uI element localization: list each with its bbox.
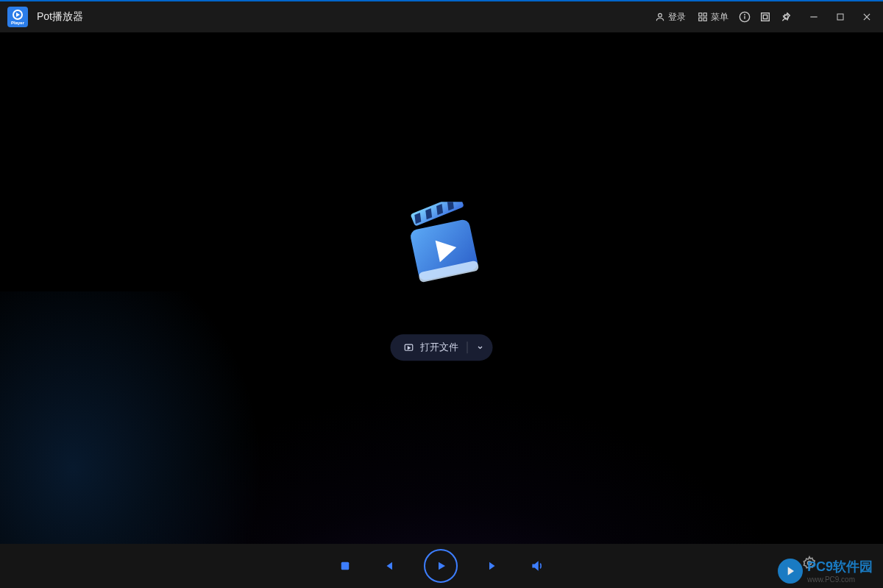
info-button[interactable] — [734, 7, 755, 27]
next-button[interactable] — [487, 559, 500, 573]
close-button[interactable] — [857, 7, 877, 27]
open-file-dropdown[interactable] — [472, 339, 489, 355]
playback-controls — [338, 549, 545, 583]
login-button[interactable]: 登录 — [655, 11, 686, 24]
volume-button[interactable] — [530, 559, 545, 573]
svg-rect-9 — [763, 15, 767, 18]
play-icon — [434, 559, 447, 573]
square-icon — [759, 11, 771, 23]
compact-mode-button[interactable] — [755, 7, 776, 27]
app-logo-text: Player — [11, 21, 24, 25]
svg-rect-22 — [341, 562, 350, 570]
grid-icon — [698, 12, 708, 22]
close-icon — [862, 12, 872, 22]
center-content: 打开文件 — [391, 202, 493, 361]
maximize-icon — [836, 13, 845, 21]
svg-rect-4 — [703, 18, 706, 21]
stop-button[interactable] — [338, 559, 352, 573]
titlebar: Player Pot播放器 登录 菜单 — [0, 1, 883, 32]
info-icon — [739, 11, 751, 23]
stop-icon — [338, 559, 352, 573]
volume-icon — [530, 559, 545, 573]
clapperboard-icon — [397, 202, 486, 290]
play-button[interactable] — [424, 549, 458, 583]
login-label: 登录 — [668, 11, 686, 24]
menu-label: 菜单 — [711, 11, 728, 24]
app-title: Pot播放器 — [37, 10, 83, 24]
watermark: PC9软件园 www.PC9.com — [778, 558, 873, 584]
open-file-label: 打开文件 — [420, 341, 458, 354]
video-area: 打开文件 — [0, 34, 883, 544]
svg-point-7 — [745, 14, 745, 15]
svg-rect-2 — [703, 13, 706, 16]
app-logo: Player — [7, 7, 28, 27]
maximize-button[interactable] — [830, 7, 851, 27]
playback-bar: PC9软件园 www.PC9.com — [0, 544, 883, 588]
pin-button[interactable] — [776, 7, 796, 27]
minimize-button[interactable] — [804, 7, 824, 27]
svg-point-0 — [659, 13, 662, 17]
open-file-button[interactable]: 打开文件 — [391, 334, 493, 361]
menu-button[interactable]: 菜单 — [698, 11, 728, 24]
svg-rect-8 — [762, 13, 770, 21]
svg-rect-11 — [837, 14, 843, 20]
watermark-url: www.PC9.com — [807, 575, 873, 584]
svg-rect-1 — [699, 13, 702, 16]
background-glow-2 — [0, 291, 294, 544]
play-file-icon — [404, 342, 414, 353]
svg-rect-3 — [699, 18, 702, 21]
chevron-down-icon — [477, 344, 484, 351]
next-icon — [487, 559, 500, 573]
previous-icon — [381, 559, 394, 573]
minimize-icon — [809, 12, 819, 22]
previous-button[interactable] — [381, 559, 394, 573]
user-icon — [655, 12, 665, 22]
divider — [467, 341, 468, 353]
watermark-logo — [778, 559, 803, 584]
watermark-title: PC9软件园 — [807, 558, 873, 575]
pin-icon — [780, 11, 792, 23]
